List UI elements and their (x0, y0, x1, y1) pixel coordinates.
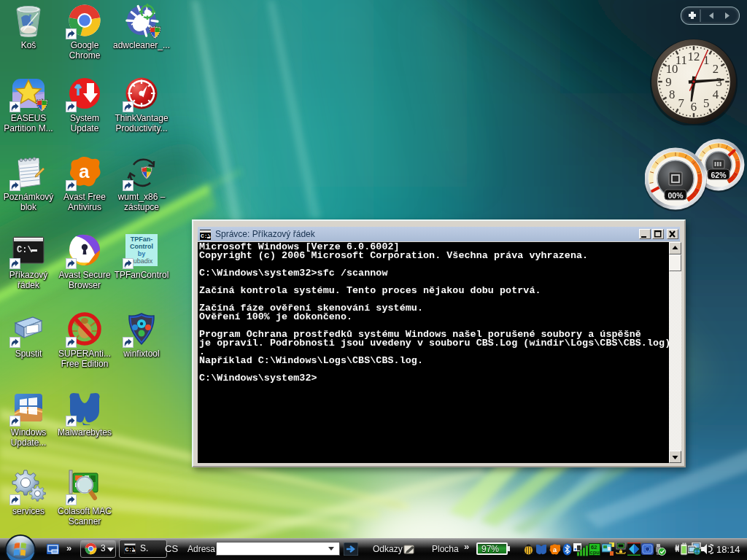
svg-text:5: 5 (703, 96, 709, 110)
svg-text:1: 1 (703, 53, 709, 67)
svg-text:9: 9 (665, 75, 671, 89)
svg-text:11: 11 (676, 53, 687, 67)
svg-text:3: 3 (716, 75, 721, 89)
svg-text:C:\: C:\ (17, 245, 33, 255)
svg-text:cpu: cpu (590, 549, 600, 556)
svg-text:a: a (79, 160, 90, 182)
svg-text:Control: Control (130, 243, 153, 250)
svg-text:ubadix: ubadix (133, 257, 153, 265)
svg-text:8: 8 (669, 88, 675, 101)
svg-text:62%: 62% (711, 171, 727, 179)
svg-text:00%: 00% (667, 191, 684, 200)
svg-text:6: 6 (691, 100, 697, 114)
svg-text:TPFan-: TPFan- (131, 236, 153, 243)
svg-text:12: 12 (688, 50, 700, 63)
svg-text:4: 4 (713, 88, 719, 101)
svg-text:2: 2 (713, 62, 719, 76)
svg-text:by: by (138, 250, 146, 257)
svg-text:7: 7 (678, 96, 684, 110)
